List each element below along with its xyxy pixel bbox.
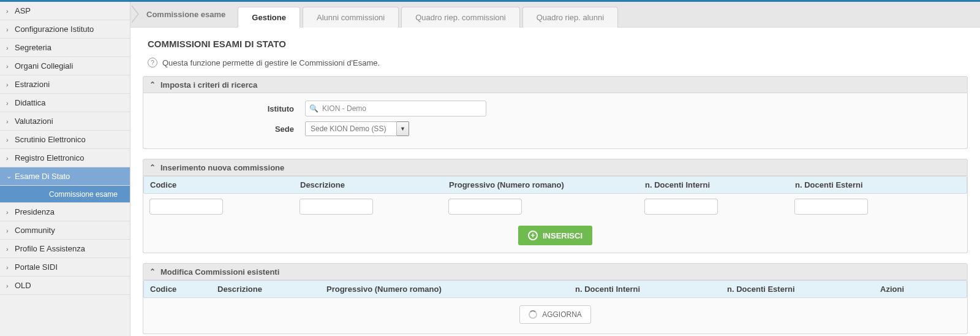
col-interni-header: n. Docenti Interni (569, 281, 721, 297)
chevron-right-icon: › (6, 7, 15, 15)
sidebar-item-label: Organi Collegiali (15, 61, 73, 71)
sidebar-item-registro[interactable]: ›Registro Elettronico (0, 149, 130, 167)
chevron-right-icon: › (6, 136, 15, 143)
chevron-right-icon: › (6, 99, 15, 107)
chevron-right-icon: › (6, 81, 15, 88)
panel-title: Modifica Commissioni esistenti (160, 267, 279, 277)
edit-grid-header: Codice Descrizione Progressivo (Numero r… (143, 280, 967, 298)
sidebar-item-estrazioni[interactable]: ›Estrazioni (0, 75, 130, 94)
sidebar-item-didattica[interactable]: ›Didattica (0, 94, 130, 112)
sidebar-item-label: Estrazioni (15, 80, 50, 89)
col-progressivo-header: Progressivo (Numero romano) (320, 281, 569, 297)
refresh-icon (529, 310, 537, 319)
sidebar-item-old[interactable]: ›OLD (0, 277, 130, 295)
istituto-input-field[interactable] (322, 104, 482, 113)
button-label: AGGIORNA (542, 310, 582, 319)
col-codice-header: Codice (144, 177, 294, 193)
sidebar-item-label: Profilo E Assistenza (15, 244, 85, 253)
chevron-up-icon: ⌃ (149, 163, 156, 172)
panel-title: Inserimento nuova commissione (160, 163, 284, 172)
label-sede: Sede (152, 124, 305, 134)
insert-grid-header: Codice Descrizione Progressivo (Numero r… (143, 176, 967, 194)
col-progressivo-header: Progressivo (Numero romano) (443, 177, 639, 193)
breadcrumb-label: Commissione esame (146, 10, 225, 19)
sidebar-item-label: Segreteria (15, 43, 51, 52)
input-descrizione[interactable] (300, 199, 373, 215)
col-esterni-header: n. Docenti Esterni (789, 177, 967, 193)
tab-gestione[interactable]: Gestione (238, 7, 300, 28)
col-esterni-header: n. Docenti Esterni (721, 281, 874, 297)
inserisci-button[interactable]: + INSERISCI (518, 226, 592, 245)
page-title: COMMISSIONI ESAMI DI STATO (148, 39, 968, 49)
chevron-right-icon: › (6, 155, 15, 162)
breadcrumb: Commissione esame (130, 2, 236, 27)
tab-label: Quadro riep. commissioni (415, 13, 505, 22)
chevron-up-icon: ⌃ (149, 267, 156, 276)
sidebar-item-label: Valutazioni (15, 116, 53, 126)
panel-search-header[interactable]: ⌃ Imposta i criteri di ricerca (143, 76, 968, 93)
chevron-right-icon: › (6, 63, 15, 70)
sidebar-item-label: Esame Di Stato (15, 172, 70, 181)
sidebar-item-segreteria[interactable]: ›Segreteria (0, 39, 130, 57)
panel-edit-commissions: ⌃ Modifica Commissioni esistenti Codice … (143, 263, 968, 334)
istituto-search-input[interactable]: 🔍 (305, 101, 486, 116)
col-descrizione-header: Descrizione (211, 281, 320, 297)
button-label: INSERISCI (543, 231, 582, 240)
sidebar-item-profilo[interactable]: ›Profilo E Assistenza (0, 240, 130, 258)
sidebar-item-presidenza[interactable]: ›Presidenza (0, 203, 130, 221)
sidebar-item-label: OLD (15, 281, 31, 290)
input-codice[interactable] (149, 199, 223, 215)
col-azioni-header: Azioni (874, 281, 967, 297)
panel-insert-commission: ⌃ Inserimento nuova commissione Codice D… (143, 159, 968, 253)
sidebar-item-organi-collegiali[interactable]: ›Organi Collegiali (0, 57, 130, 75)
sidebar: ›ASP ›Configurazione Istituto ›Segreteri… (0, 2, 130, 336)
sidebar-item-portale-sidi[interactable]: ›Portale SIDI (0, 258, 130, 277)
page-description: Questa funzione permette di gestire le C… (162, 58, 380, 67)
label-istituto: Istituto (152, 104, 305, 113)
panel-title: Imposta i criteri di ricerca (160, 80, 257, 90)
col-codice-header: Codice (144, 281, 211, 297)
tab-alunni-commissioni[interactable]: Alunni commissioni (303, 7, 399, 28)
page-description-row: ? Questa funzione permette di gestire le… (148, 58, 968, 67)
sede-select-value[interactable]: Sede KION Demo (SS) (305, 121, 397, 136)
chevron-right-icon: › (6, 245, 15, 253)
input-progressivo[interactable] (448, 199, 522, 215)
panel-edit-header[interactable]: ⌃ Modifica Commissioni esistenti (143, 263, 968, 280)
sidebar-item-esame-di-stato[interactable]: ⌄Esame Di Stato (0, 167, 130, 186)
sidebar-item-community[interactable]: ›Community (0, 221, 130, 240)
chevron-right-icon: › (6, 208, 15, 216)
tab-quadro-riep-commissioni[interactable]: Quadro riep. commissioni (401, 7, 519, 28)
chevron-down-icon: ⌄ (6, 172, 15, 180)
sidebar-item-label: Scrutinio Elettronico (15, 135, 86, 144)
col-descrizione-header: Descrizione (294, 177, 443, 193)
tabs-band: Commissione esame Gestione Alunni commis… (130, 2, 980, 28)
sidebar-subitem-label: Commissione esame (49, 190, 118, 199)
main-content: Commissione esame Gestione Alunni commis… (130, 2, 980, 336)
sidebar-subitem-commissione-esame[interactable]: Commissione esame (0, 186, 130, 203)
sidebar-item-label: Registro Elettronico (15, 153, 84, 162)
panel-search-criteria: ⌃ Imposta i criteri di ricerca Istituto … (143, 76, 968, 149)
sidebar-item-label: Presidenza (15, 207, 55, 216)
chevron-up-icon: ⌃ (149, 80, 156, 89)
chevron-right-icon: › (6, 44, 15, 52)
input-interni[interactable] (644, 199, 718, 215)
plus-circle-icon: + (528, 231, 538, 240)
sidebar-item-config-istituto[interactable]: ›Configurazione Istituto (0, 20, 130, 39)
input-esterni[interactable] (794, 199, 868, 215)
sidebar-item-asp[interactable]: ›ASP (0, 2, 130, 20)
chevron-right-icon: › (6, 26, 15, 33)
sidebar-item-label: Community (15, 226, 55, 235)
tab-label: Quadro riep. alunni (537, 13, 605, 22)
tab-label: Gestione (252, 13, 286, 22)
insert-grid-row (143, 194, 967, 220)
sidebar-item-scrutinio[interactable]: ›Scrutinio Elettronico (0, 131, 130, 149)
search-icon: 🔍 (309, 104, 318, 113)
sidebar-item-label: Portale SIDI (15, 262, 58, 272)
panel-insert-header[interactable]: ⌃ Inserimento nuova commissione (143, 159, 968, 176)
sidebar-item-label: Didattica (15, 98, 46, 107)
aggiorna-button[interactable]: AGGIORNA (519, 305, 591, 324)
tab-quadro-riep-alunni[interactable]: Quadro riep. alunni (522, 7, 619, 28)
sidebar-item-valutazioni[interactable]: ›Valutazioni (0, 112, 130, 131)
chevron-right-icon: › (6, 227, 15, 234)
sede-select-button[interactable]: ▼ (397, 121, 409, 136)
